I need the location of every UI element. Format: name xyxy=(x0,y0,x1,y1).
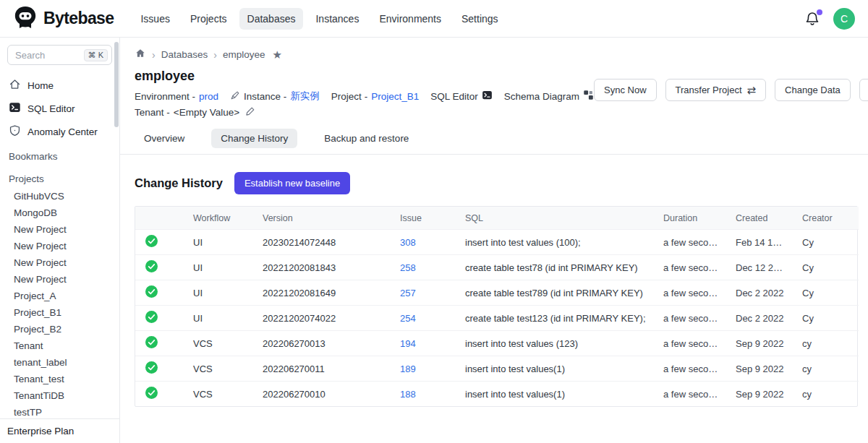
table-row[interactable]: VCS 202206270013 194 insert into test va… xyxy=(135,331,859,356)
cell-duration: a few seconds xyxy=(655,331,727,356)
cell-workflow: UI xyxy=(184,280,254,306)
tab-change-history[interactable]: Change History xyxy=(211,129,297,148)
button-label: Change Data xyxy=(785,85,841,95)
alter-schema-button[interactable]: Alter Schema xyxy=(859,79,868,101)
sidebar-project-item[interactable]: TenantTiDB xyxy=(0,387,119,404)
sidebar-section-projects[interactable]: Projects xyxy=(0,168,119,188)
cell-sql: insert into test values (123) xyxy=(456,331,655,356)
status-done-icon xyxy=(145,387,158,399)
nav-item-databases[interactable]: Databases xyxy=(239,8,304,30)
issue-link[interactable]: 258 xyxy=(400,262,416,273)
establish-baseline-button[interactable]: Establish new baseline xyxy=(234,172,350,194)
search-input[interactable]: Search ⌘ K xyxy=(7,45,112,65)
avatar[interactable]: C xyxy=(833,8,855,30)
sidebar-project-item[interactable]: New Project xyxy=(0,271,119,288)
cell-creator: cy xyxy=(793,382,859,407)
page-header: employee Environment - prod Instance - xyxy=(135,69,854,119)
sidebar-project-item[interactable]: Project_B2 xyxy=(0,321,119,337)
issue-link[interactable]: 308 xyxy=(400,237,416,248)
sql-editor-shortcut[interactable]: SQL Editor xyxy=(430,90,493,103)
nav-item-projects[interactable]: Projects xyxy=(182,8,235,30)
sidebar-item-sql-editor[interactable]: SQL Editor xyxy=(0,97,119,120)
sidebar-section-bookmarks[interactable]: Bookmarks xyxy=(0,146,119,165)
sidebar-scrollbar[interactable] xyxy=(114,42,119,127)
breadcrumb-home-icon[interactable] xyxy=(135,48,146,61)
app-root: Bytebase Issues Projects Databases Insta… xyxy=(0,0,868,443)
table-row[interactable]: VCS 202206270011 189 insert into test va… xyxy=(135,356,859,382)
plan-label[interactable]: Enterprise Plan xyxy=(0,418,119,443)
cell-created: Dec 12 2022 xyxy=(727,255,793,280)
tab-overview[interactable]: Overview xyxy=(135,129,194,148)
issue-link[interactable]: 188 xyxy=(400,389,416,400)
sidebar-project-item[interactable]: New Project xyxy=(0,254,119,271)
status-done-icon xyxy=(145,311,158,323)
meta-project: Project - Project_B1 xyxy=(331,91,419,102)
breadcrumb-employee[interactable]: employee xyxy=(223,49,265,60)
sidebar-project-item[interactable]: GitHubVCS xyxy=(0,188,119,205)
cell-sql: insert into test values(1) xyxy=(456,356,655,382)
cell-created: Feb 14 15:32 xyxy=(727,230,793,255)
meta-instance: Instance - 新实例 xyxy=(230,90,320,103)
tab-backup-and-restore[interactable]: Backup and restore xyxy=(315,129,418,148)
cell-creator: Cy xyxy=(793,306,859,331)
cell-duration: a few seconds xyxy=(655,280,727,306)
table-row[interactable]: VCS 202206270010 188 insert into test va… xyxy=(135,382,859,407)
cell-workflow: UI xyxy=(184,306,254,331)
page-actions: Sync Now Transfer Project ⇄ Change Data … xyxy=(594,79,868,101)
meta-tenant-label: Tenant - xyxy=(135,107,170,118)
nav-item-settings[interactable]: Settings xyxy=(454,8,506,30)
issue-link[interactable]: 194 xyxy=(400,338,416,349)
button-label: Sync Now xyxy=(604,85,647,95)
transfer-project-button[interactable]: Transfer Project ⇄ xyxy=(665,79,767,101)
sidebar-item-anomaly-center[interactable]: Anomaly Center xyxy=(0,120,119,143)
edit-pencil-icon[interactable] xyxy=(245,106,255,119)
meta-tenant: Tenant - <Empty Value> xyxy=(135,106,255,119)
cell-version: 202206270011 xyxy=(254,356,391,382)
meta-environment-label: Environment - xyxy=(135,91,195,102)
nav-item-instances[interactable]: Instances xyxy=(307,8,367,30)
project-link[interactable]: Project_B1 xyxy=(371,91,419,102)
table-row[interactable]: UI 20221202081843 258 create table test7… xyxy=(135,255,859,280)
cell-creator: Cy xyxy=(793,230,859,255)
table-row[interactable]: UI 20221202074022 254 create table test1… xyxy=(135,306,859,331)
sql-editor-label: SQL Editor xyxy=(430,91,478,102)
change-data-button[interactable]: Change Data xyxy=(775,79,851,101)
meta-environment: Environment - prod xyxy=(135,91,218,102)
schema-diagram-shortcut[interactable]: Schema Diagram xyxy=(504,90,594,103)
table-row[interactable]: UI 20230214072448 308 insert into test v… xyxy=(135,230,859,255)
sidebar-project-item[interactable]: Tenant_test xyxy=(0,371,119,387)
nav-item-environments[interactable]: Environments xyxy=(371,8,449,30)
notification-bell-icon[interactable] xyxy=(804,11,820,27)
primary-nav: Issues Projects Databases Instances Envi… xyxy=(132,8,506,30)
instance-link[interactable]: 新实例 xyxy=(290,90,320,103)
breadcrumb-databases[interactable]: Databases xyxy=(161,49,208,60)
issue-link[interactable]: 254 xyxy=(400,313,416,324)
table-row[interactable]: UI 20221202081649 257 create table test7… xyxy=(135,280,859,306)
bytebase-logo[interactable]: Bytebase xyxy=(13,5,114,33)
environment-link[interactable]: prod xyxy=(199,91,218,102)
cell-version: 202206270013 xyxy=(254,331,391,356)
sync-now-button[interactable]: Sync Now xyxy=(594,79,657,101)
cell-duration: a few seconds xyxy=(655,382,727,407)
issue-link[interactable]: 189 xyxy=(400,364,416,374)
search-placeholder: Search xyxy=(15,50,45,61)
sidebar-project-item[interactable]: Project_B1 xyxy=(0,304,119,321)
sidebar-project-item[interactable]: tenant_label xyxy=(0,354,119,371)
col-version: Version xyxy=(254,207,391,230)
sidebar-project-item[interactable]: MongoDB xyxy=(0,205,119,221)
sidebar-item-home[interactable]: Home xyxy=(0,74,119,97)
meta-project-label: Project - xyxy=(331,91,367,102)
breadcrumb: › Databases › employee ★ xyxy=(135,48,854,61)
schema-diagram-label: Schema Diagram xyxy=(504,91,579,102)
sidebar-project-item[interactable]: Tenant xyxy=(0,337,119,354)
favorite-star-icon[interactable]: ★ xyxy=(272,48,281,61)
breadcrumb-separator: › xyxy=(152,49,156,61)
home-icon xyxy=(9,78,21,93)
nav-item-issues[interactable]: Issues xyxy=(132,8,177,30)
sidebar-project-item[interactable]: New Project xyxy=(0,238,119,254)
issue-link[interactable]: 257 xyxy=(400,288,416,298)
sidebar-project-item[interactable]: Project_A xyxy=(0,288,119,304)
cell-workflow: UI xyxy=(184,230,254,255)
breadcrumb-separator: › xyxy=(213,49,217,61)
sidebar-project-item[interactable]: New Project xyxy=(0,221,119,238)
